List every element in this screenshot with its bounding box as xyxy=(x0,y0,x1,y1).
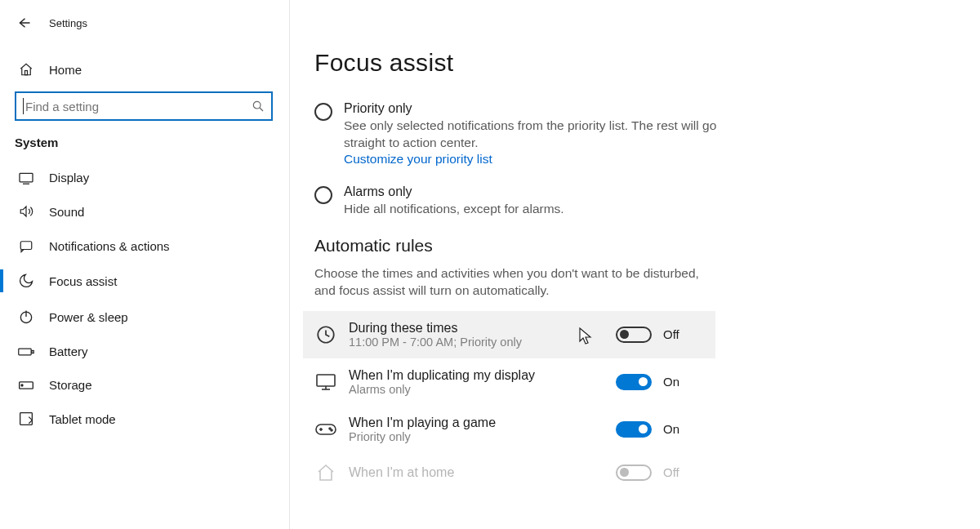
radio-circle-icon xyxy=(314,186,332,204)
sidebar-home-label: Home xyxy=(49,63,82,77)
automatic-rules-desc: Choose the times and activities when you… xyxy=(314,265,723,300)
radio-title: Priority only xyxy=(344,101,739,116)
home-icon xyxy=(18,62,34,77)
rule-title: When I'm at home xyxy=(349,465,604,480)
sidebar-item-display[interactable]: Display xyxy=(0,161,289,194)
search-icon xyxy=(252,100,265,113)
sidebar: Settings Home System xyxy=(0,0,290,529)
svg-point-2 xyxy=(253,101,261,109)
radio-circle-icon xyxy=(314,103,332,121)
sidebar-item-label: Power & sleep xyxy=(49,310,128,324)
sidebar-item-storage[interactable]: Storage xyxy=(0,368,289,402)
rule-at-home[interactable]: When I'm at home Off xyxy=(303,453,715,492)
automatic-rules-list: During these times 11:00 PM - 7:00 AM; P… xyxy=(303,311,715,492)
sidebar-item-sound[interactable]: Sound xyxy=(0,194,289,229)
sidebar-item-focus-assist[interactable]: Focus assist xyxy=(0,263,289,299)
customize-priority-link[interactable]: Customize your priority list xyxy=(344,152,739,167)
rule-playing-game[interactable]: When I'm playing a game Priority only On xyxy=(303,406,715,453)
sidebar-item-label: Display xyxy=(49,171,89,184)
sidebar-item-label: Storage xyxy=(49,378,92,392)
rule-title: When I'm playing a game xyxy=(349,416,604,430)
sidebar-item-label: Focus assist xyxy=(49,274,117,288)
clock-icon xyxy=(314,324,337,345)
sidebar-item-label: Notifications & actions xyxy=(49,239,170,253)
radio-priority-only[interactable]: Priority only See only selected notifica… xyxy=(314,101,739,167)
sound-icon xyxy=(18,204,34,219)
sidebar-item-label: Tablet mode xyxy=(49,412,116,426)
svg-marker-6 xyxy=(20,207,26,216)
tablet-icon xyxy=(18,411,34,426)
battery-icon xyxy=(18,346,34,358)
focus-assist-icon xyxy=(18,273,34,289)
rule-toggle[interactable] xyxy=(616,327,652,343)
svg-rect-11 xyxy=(32,350,33,353)
back-button[interactable] xyxy=(16,16,31,30)
svg-line-3 xyxy=(260,108,263,111)
titlebar: Settings xyxy=(0,10,289,36)
radio-desc: See only selected notifications from the… xyxy=(344,118,739,152)
svg-point-22 xyxy=(329,428,331,429)
radio-title: Alarms only xyxy=(344,184,564,199)
toggle-state-label: Off xyxy=(663,465,679,479)
svg-rect-16 xyxy=(317,375,335,386)
rule-title: When I'm duplicating my display xyxy=(349,368,604,383)
svg-rect-1 xyxy=(25,71,28,75)
sidebar-item-notifications[interactable]: Notifications & actions xyxy=(0,229,289,263)
window-title: Settings xyxy=(49,17,87,29)
sidebar-item-power-sleep[interactable]: Power & sleep xyxy=(0,299,289,335)
notifications-icon xyxy=(18,238,34,253)
search-field[interactable] xyxy=(25,100,252,113)
rule-detail: Priority only xyxy=(349,430,604,443)
search-input[interactable] xyxy=(15,91,273,121)
rule-duplicating-display[interactable]: When I'm duplicating my display Alarms o… xyxy=(303,358,715,406)
rule-during-these-times[interactable]: During these times 11:00 PM - 7:00 AM; P… xyxy=(303,311,715,358)
sidebar-item-label: Battery xyxy=(49,345,88,358)
rule-title: During these times xyxy=(349,321,604,336)
monitor-icon xyxy=(314,373,337,391)
power-icon xyxy=(18,309,34,325)
rule-detail: 11:00 PM - 7:00 AM; Priority only xyxy=(349,336,604,349)
svg-rect-4 xyxy=(20,173,33,181)
toggle-state-label: Off xyxy=(663,327,679,341)
rule-toggle[interactable] xyxy=(616,421,652,438)
svg-rect-10 xyxy=(19,349,31,355)
gamepad-icon xyxy=(314,421,337,438)
page-title: Focus assist xyxy=(314,49,980,77)
rule-toggle[interactable] xyxy=(616,374,652,390)
sidebar-home[interactable]: Home xyxy=(0,56,289,83)
text-caret xyxy=(23,98,24,114)
storage-icon xyxy=(18,379,34,392)
rule-detail: Alarms only xyxy=(349,383,604,396)
svg-rect-7 xyxy=(20,242,32,250)
sidebar-item-tablet-mode[interactable]: Tablet mode xyxy=(0,402,289,436)
toggle-state-label: On xyxy=(663,422,679,436)
automatic-rules-header: Automatic rules xyxy=(314,236,980,256)
svg-point-23 xyxy=(331,429,332,431)
display-icon xyxy=(18,171,34,184)
sidebar-item-battery[interactable]: Battery xyxy=(0,335,289,368)
radio-desc: Hide all notifications, except for alarm… xyxy=(344,201,564,218)
home-rule-icon xyxy=(314,463,337,482)
toggle-state-label: On xyxy=(663,375,679,389)
rule-toggle[interactable] xyxy=(616,465,652,481)
main-panel: Focus assist Priority only See only sele… xyxy=(290,0,980,529)
sidebar-item-label: Sound xyxy=(49,205,84,219)
sidebar-section-label: System xyxy=(0,136,289,149)
sidebar-nav: Display Sound Notifications & actions Fo… xyxy=(0,161,289,436)
radio-alarms-only[interactable]: Alarms only Hide all notifications, exce… xyxy=(314,184,739,218)
svg-point-13 xyxy=(21,385,23,386)
